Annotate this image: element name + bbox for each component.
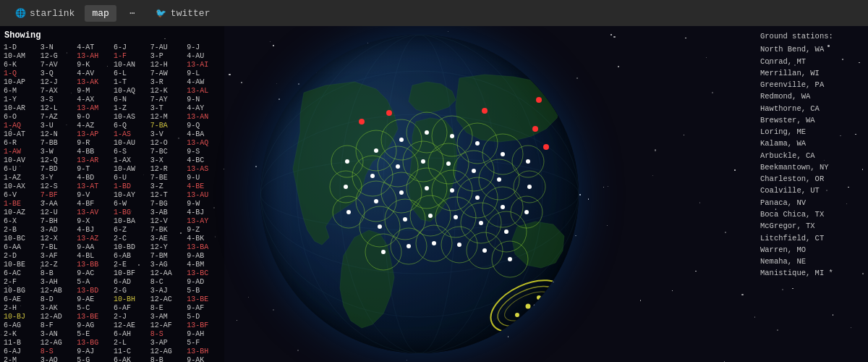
list-item[interactable]: 5-B (186, 287, 221, 295)
list-item[interactable]: Merrillan, WI (760, 67, 864, 79)
list-item[interactable]: Greenville, PA (760, 79, 864, 90)
list-item[interactable]: 4-AX (76, 96, 111, 104)
list-item[interactable]: 6-M (3, 87, 38, 95)
list-item[interactable]: 12-AG (150, 348, 185, 355)
list-item[interactable]: 5-G (76, 356, 111, 362)
list-item[interactable]: 6-X (3, 217, 38, 225)
list-item[interactable]: 2-D (3, 252, 38, 260)
list-item[interactable]: 6-AH (113, 330, 148, 338)
list-item[interactable]: Manistique, MI * (760, 267, 864, 279)
list-item[interactable]: 8-S (150, 330, 185, 338)
list-item[interactable]: 9-W (186, 200, 221, 208)
list-item[interactable]: 9-J (186, 43, 221, 51)
list-item[interactable]: 4-BJ (76, 226, 111, 234)
list-item[interactable]: 3-R (150, 78, 185, 86)
list-item[interactable]: 9-M (76, 87, 111, 95)
list-item[interactable]: 9-Z (186, 226, 221, 234)
list-item[interactable]: Arbuckle, CA (760, 150, 864, 161)
list-item[interactable]: Loring, ME (760, 126, 864, 138)
list-item[interactable]: 6-Q (113, 122, 148, 130)
list-item[interactable]: 10-AS (113, 113, 148, 121)
list-item[interactable]: 6-AA (3, 243, 38, 251)
list-item[interactable]: 3-Q (40, 70, 75, 77)
list-item[interactable]: 2-M (3, 356, 38, 362)
list-item[interactable]: 13-BH (186, 348, 221, 355)
list-item[interactable]: 10-BD (113, 243, 148, 251)
list-item[interactable]: 1-AZ (3, 174, 38, 182)
list-item[interactable]: 13-BC (186, 269, 221, 277)
list-item[interactable]: 10-AY (113, 191, 148, 199)
list-item[interactable]: 13-BF (186, 321, 221, 329)
list-item[interactable]: 4-BM (186, 261, 221, 269)
list-item[interactable]: 12-J (40, 78, 75, 86)
list-item[interactable]: 13-AN (186, 113, 221, 121)
list-item[interactable]: Litchfield, CT (760, 232, 864, 244)
list-item[interactable]: 2-G (113, 287, 148, 295)
list-item[interactable]: 3-P (150, 52, 185, 60)
list-item[interactable]: 2-F (3, 278, 38, 286)
list-item[interactable]: 7-AZ (40, 113, 75, 121)
list-item[interactable]: 12-G (40, 52, 75, 60)
list-item[interactable]: 12-K (150, 87, 185, 95)
list-item[interactable]: 4-AY (186, 104, 221, 112)
list-item[interactable]: 9-AD (186, 278, 221, 286)
list-item[interactable]: 4-BK (186, 235, 221, 243)
list-item[interactable]: 9-AH (186, 330, 221, 338)
list-item[interactable]: 4-AU (186, 52, 221, 60)
list-item[interactable]: 1-F (113, 52, 148, 60)
list-item[interactable]: 11-C (113, 348, 148, 355)
list-item[interactable]: 7-AX (40, 87, 75, 95)
list-item[interactable]: 9-AC (76, 269, 111, 277)
list-item[interactable]: 13-AL (186, 87, 221, 95)
list-item[interactable]: 7-BL (40, 243, 75, 251)
list-item[interactable]: Coalville, UT (760, 185, 864, 196)
list-item[interactable]: 12-AE (113, 321, 148, 329)
list-item[interactable]: 12-AB (40, 287, 75, 295)
list-item[interactable]: 13-AM (76, 104, 111, 112)
list-item[interactable]: 2-B (3, 226, 38, 234)
list-item[interactable]: 12-Q (40, 156, 75, 164)
list-item[interactable]: 3-S (40, 96, 75, 104)
list-item[interactable]: 1-AX (113, 156, 148, 164)
list-item[interactable]: 9-U (186, 174, 221, 182)
list-item[interactable]: 13-BE (186, 295, 221, 303)
list-item[interactable]: 6-W (113, 200, 148, 208)
list-item[interactable]: 8-B (150, 356, 185, 362)
list-item[interactable]: 13-BD (76, 287, 111, 295)
list-item[interactable]: 8-D (40, 295, 75, 303)
list-item[interactable]: 9-AJ (76, 348, 111, 355)
list-item[interactable]: 8-E (150, 304, 185, 312)
list-item[interactable]: 3-AQ (40, 356, 75, 362)
list-item[interactable]: 4-BL (76, 252, 111, 260)
list-item[interactable]: 13-AS (186, 165, 221, 173)
list-item[interactable]: 3-W (40, 148, 75, 156)
list-item[interactable]: 10-AT (3, 130, 38, 138)
list-item[interactable]: 4-BA (186, 130, 221, 138)
list-item[interactable]: 12-Y (150, 243, 185, 251)
list-item[interactable]: 9-X (76, 217, 111, 225)
list-item[interactable]: 7-BG (150, 200, 185, 208)
list-item[interactable]: 3-AD (40, 226, 75, 234)
list-item[interactable]: 13-AP (76, 130, 111, 138)
list-item[interactable]: 2-L (113, 339, 148, 347)
list-item[interactable]: 9-AF (186, 304, 221, 312)
list-item[interactable]: Kalama, WA (760, 138, 864, 149)
list-item[interactable]: 13-AR (76, 156, 111, 164)
list-item[interactable]: 5-A (76, 278, 111, 286)
list-item[interactable]: 1-AQ (3, 122, 38, 130)
list-item[interactable]: 12-U (40, 209, 75, 216)
list-item[interactable]: 12-Z (40, 261, 75, 269)
list-item[interactable]: 3-AN (40, 330, 75, 338)
list-item[interactable]: 12-AD (40, 313, 75, 321)
list-item[interactable]: 7-BA (150, 122, 185, 130)
list-item[interactable]: 6-S (113, 148, 148, 156)
list-item[interactable]: 1-T (113, 78, 148, 86)
list-item[interactable]: 13-AU (186, 191, 221, 199)
list-item[interactable]: 13-AK (76, 78, 111, 86)
list-item[interactable]: 1-D (3, 43, 38, 51)
list-item[interactable]: 3-Y (40, 174, 75, 182)
list-item[interactable]: 13-AH (76, 52, 111, 60)
list-item[interactable]: 8-C (150, 278, 185, 286)
list-item[interactable]: 3-AJ (150, 287, 185, 295)
list-item[interactable]: 5-D (186, 313, 221, 321)
